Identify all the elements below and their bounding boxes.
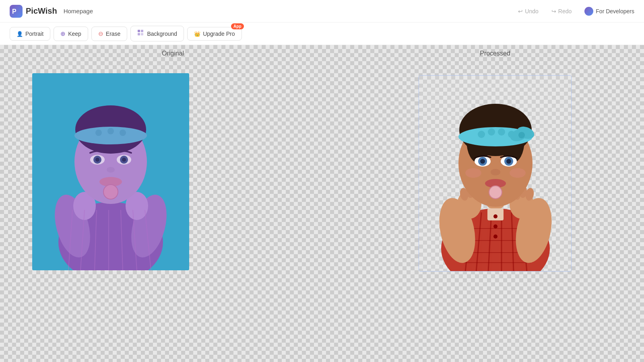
svg-point-87 <box>465 168 481 178</box>
svg-point-90 <box>493 224 497 228</box>
background-icon <box>137 29 144 38</box>
svg-point-73 <box>498 128 505 136</box>
svg-point-83 <box>506 159 511 164</box>
svg-text:P: P <box>12 8 17 15</box>
svg-point-71 <box>478 131 485 138</box>
upgrade-icon <box>194 31 200 37</box>
erase-label: Erase <box>106 31 121 37</box>
header-right: Undo Redo For Developers <box>518 7 634 16</box>
background-label: Background <box>147 31 177 37</box>
background-button[interactable]: Background <box>130 26 184 41</box>
keep-icon <box>60 30 66 37</box>
picwish-logo-icon: P <box>10 5 23 18</box>
original-image <box>32 73 189 270</box>
processed-checker-background: Processed <box>346 45 644 362</box>
developer-icon <box>584 7 593 16</box>
keep-label: Keep <box>68 31 81 37</box>
upgrade-label: Upgrade Pro <box>203 31 235 37</box>
logo-area: P PicWish <box>10 5 57 18</box>
app-badge: App <box>231 23 244 29</box>
upgrade-pro-button[interactable]: Upgrade Pro App <box>187 27 242 41</box>
undo-icon <box>518 8 523 14</box>
portrait-button[interactable]: Portrait <box>10 27 50 41</box>
original-checker-background: Original <box>0 45 346 362</box>
erase-icon <box>98 30 103 37</box>
erase-button[interactable]: Erase <box>91 27 128 41</box>
svg-point-77 <box>518 132 525 138</box>
svg-rect-5 <box>141 33 143 35</box>
processed-panel: Processed <box>346 45 644 362</box>
for-developers-button[interactable]: For Developers <box>584 7 634 16</box>
portrait-label: Portrait <box>25 31 43 37</box>
undo-label: Undo <box>525 8 538 14</box>
svg-point-86 <box>489 186 502 199</box>
processed-image <box>419 75 572 272</box>
header: P PicWish Homepage Undo Redo For Develop… <box>0 0 644 23</box>
svg-point-72 <box>488 128 495 136</box>
redo-label: Redo <box>558 8 572 14</box>
homepage-link[interactable]: Homepage <box>64 8 93 14</box>
redo-button[interactable]: Redo <box>551 8 572 14</box>
original-panel: Original <box>0 45 346 362</box>
svg-point-84 <box>491 169 500 175</box>
original-label: Original <box>162 50 184 57</box>
undo-button[interactable]: Undo <box>518 8 538 14</box>
svg-rect-2 <box>138 30 140 32</box>
portrait-icon <box>17 31 23 37</box>
svg-point-80 <box>480 159 485 164</box>
processed-label: Processed <box>480 50 510 57</box>
logo-text: PicWish <box>26 6 57 16</box>
main-content: Original <box>0 45 644 362</box>
svg-point-91 <box>493 234 497 239</box>
keep-button[interactable]: Keep <box>54 27 88 41</box>
for-developers-label: For Developers <box>596 8 634 14</box>
toolbar: Portrait Keep Erase Background Upgrade P… <box>0 23 644 45</box>
redo-icon <box>551 8 556 14</box>
svg-rect-36 <box>32 73 189 270</box>
svg-point-89 <box>493 214 497 218</box>
svg-rect-3 <box>141 30 143 32</box>
svg-rect-4 <box>138 33 140 35</box>
svg-point-88 <box>510 168 526 178</box>
